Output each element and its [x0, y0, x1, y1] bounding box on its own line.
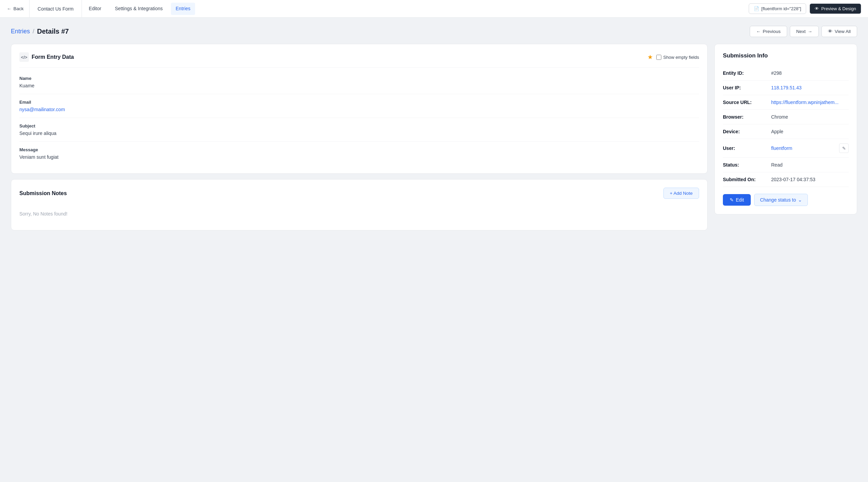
left-arrow-icon: ←: [756, 29, 761, 34]
nav-tabs: Editor Settings & Integrations Entries: [82, 0, 749, 18]
browser-value: Chrome: [771, 114, 788, 120]
submission-info-card: Submission Info Entity ID: #298 User IP:…: [714, 44, 857, 214]
submission-notes-card: Submission Notes + Add Note Sorry, No No…: [11, 179, 708, 230]
shortcode-text: [fluentform id="228"]: [761, 6, 801, 11]
page-title: Details #7: [37, 28, 69, 35]
field-name: Name Kuame: [19, 70, 699, 94]
info-row-entity-id: Entity ID: #298: [723, 66, 849, 81]
eye-icon: 👁: [815, 6, 819, 11]
name-value: Kuame: [19, 83, 699, 88]
name-label: Name: [19, 76, 699, 81]
submitted-on-label: Submitted On:: [723, 177, 767, 182]
user-ip-label: User IP:: [723, 85, 767, 90]
preview-design-button[interactable]: 👁 Preview & Design: [810, 3, 861, 14]
message-label: Message: [19, 147, 699, 152]
source-url-value[interactable]: https://fluentform.wpninjathem...: [771, 100, 838, 105]
view-icon: 👁: [828, 29, 833, 34]
info-row-user: User: fluentform ✎: [723, 139, 849, 158]
star-icon[interactable]: ★: [647, 53, 653, 61]
entries-breadcrumb-link[interactable]: Entries: [11, 28, 30, 35]
top-nav: ← Back Contact Us Form Editor Settings &…: [0, 0, 868, 18]
previous-button[interactable]: ← Previous: [750, 26, 787, 37]
field-message: Message Veniam sunt fugiat: [19, 142, 699, 165]
submitted-on-value: 2023-07-17 04:37:53: [771, 177, 815, 182]
form-entry-card: </> Form Entry Data ★ Show empty fields …: [11, 44, 708, 174]
subject-label: Subject: [19, 123, 699, 128]
user-ip-value[interactable]: 118.179.51.43: [771, 85, 802, 90]
code-icon: </>: [19, 52, 29, 62]
chevron-down-icon: ⌄: [798, 197, 802, 203]
submission-info-title: Submission Info: [723, 52, 849, 59]
edit-button[interactable]: ✎ Edit: [723, 194, 751, 206]
notes-header: Submission Notes + Add Note: [19, 188, 699, 199]
show-empty-label-text: Show empty fields: [663, 55, 699, 60]
email-label: Email: [19, 100, 699, 105]
card-header-actions: ★ Show empty fields: [647, 53, 699, 61]
edit-user-button[interactable]: ✎: [839, 143, 849, 153]
shortcode-button[interactable]: 📄 [fluentform id="228"]: [749, 3, 806, 14]
pagination-controls: ← Previous Next → 👁 View All: [750, 26, 857, 37]
notes-title: Submission Notes: [19, 190, 67, 196]
show-empty-checkbox[interactable]: [656, 55, 661, 60]
next-label: Next: [796, 29, 806, 34]
status-label: Status:: [723, 162, 767, 168]
edit-pencil-icon: ✎: [730, 197, 734, 203]
back-button[interactable]: ← Back: [7, 6, 29, 11]
tab-editor[interactable]: Editor: [82, 0, 108, 18]
breadcrumb: Entries / Details #7: [11, 28, 69, 35]
view-all-button[interactable]: 👁 View All: [821, 26, 857, 37]
breadcrumb-bar: Entries / Details #7 ← Previous Next → 👁…: [0, 18, 868, 44]
user-label: User:: [723, 145, 767, 151]
message-value: Veniam sunt fugiat: [19, 154, 699, 160]
view-all-label: View All: [835, 29, 851, 34]
info-row-browser: Browser: Chrome: [723, 110, 849, 124]
info-row-source-url: Source URL: https://fluentform.wpninjath…: [723, 95, 849, 110]
form-entry-card-header: </> Form Entry Data ★ Show empty fields: [19, 52, 699, 68]
add-note-label: + Add Note: [670, 191, 693, 196]
info-row-device: Device: Apple: [723, 124, 849, 139]
field-subject: Subject Sequi irure aliqua: [19, 118, 699, 142]
main-content: </> Form Entry Data ★ Show empty fields …: [0, 44, 868, 241]
user-value[interactable]: fluentform: [771, 145, 792, 151]
change-status-button[interactable]: Change status to ⌄: [754, 194, 808, 206]
back-arrow-icon: ←: [7, 6, 12, 11]
left-panel: </> Form Entry Data ★ Show empty fields …: [11, 44, 708, 230]
user-value-row: fluentform ✎: [771, 143, 849, 153]
edit-label: Edit: [736, 197, 744, 203]
back-label: Back: [14, 6, 24, 11]
form-entry-title-text: Form Entry Data: [32, 54, 74, 60]
tab-settings-integrations[interactable]: Settings & Integrations: [108, 0, 170, 18]
shortcode-icon: 📄: [754, 6, 759, 11]
breadcrumb-separator: /: [33, 28, 34, 35]
next-button[interactable]: Next →: [790, 26, 819, 37]
browser-label: Browser:: [723, 114, 767, 120]
add-note-button[interactable]: + Add Note: [663, 188, 699, 199]
source-url-label: Source URL:: [723, 100, 767, 105]
info-row-submitted-on: Submitted On: 2023-07-17 04:37:53: [723, 172, 849, 187]
info-row-status: Status: Read: [723, 158, 849, 172]
field-email: Email nysa@mailinator.com: [19, 94, 699, 118]
preview-label: Preview & Design: [821, 6, 856, 11]
change-status-label: Change status to: [760, 197, 796, 203]
right-panel: Submission Info Entity ID: #298 User IP:…: [714, 44, 857, 214]
right-arrow-icon: →: [808, 29, 812, 34]
pencil-icon: ✎: [842, 146, 846, 151]
entity-id-value: #298: [771, 70, 782, 76]
entity-id-label: Entity ID:: [723, 70, 767, 76]
info-row-user-ip: User IP: 118.179.51.43: [723, 81, 849, 95]
nav-actions: 📄 [fluentform id="228"] 👁 Preview & Desi…: [749, 3, 861, 14]
form-entry-title: </> Form Entry Data: [19, 52, 74, 62]
form-title: Contact Us Form: [29, 0, 82, 18]
device-label: Device:: [723, 129, 767, 134]
show-empty-fields-toggle[interactable]: Show empty fields: [656, 55, 699, 60]
notes-empty-message: Sorry, No Notes found!: [19, 206, 699, 222]
action-buttons: ✎ Edit Change status to ⌄: [723, 194, 849, 206]
tab-entries[interactable]: Entries: [171, 3, 195, 15]
email-value[interactable]: nysa@mailinator.com: [19, 107, 65, 112]
device-value: Apple: [771, 129, 783, 134]
subject-value: Sequi irure aliqua: [19, 131, 699, 136]
status-value: Read: [771, 162, 782, 168]
previous-label: Previous: [763, 29, 781, 34]
